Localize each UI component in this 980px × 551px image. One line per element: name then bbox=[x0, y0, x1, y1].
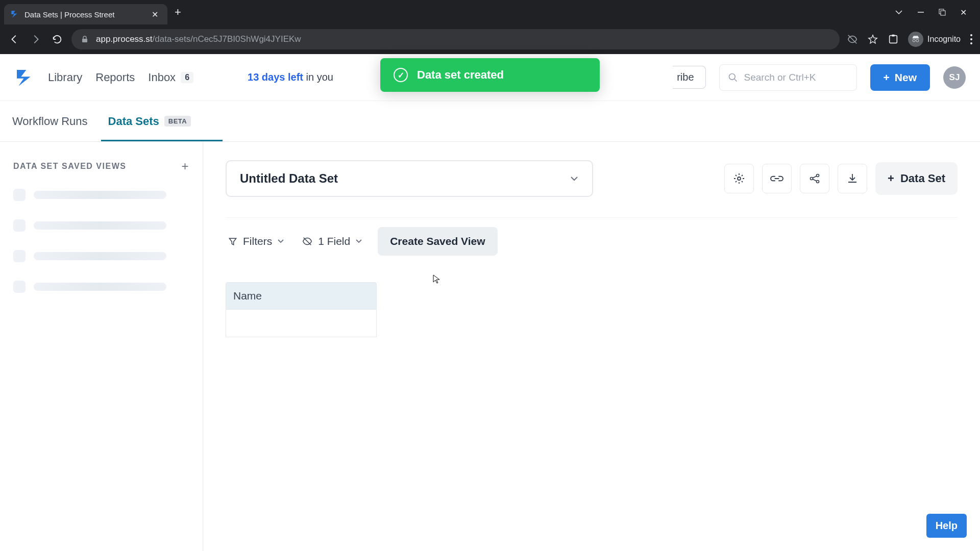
settings-button[interactable] bbox=[724, 164, 754, 193]
chevron-down-icon bbox=[355, 238, 362, 245]
url-field[interactable]: app.process.st/data-sets/nCec5J7BI0ShWgi… bbox=[71, 29, 840, 49]
eye-off-icon[interactable] bbox=[847, 34, 858, 45]
svg-point-13 bbox=[738, 177, 741, 180]
new-dataset-label: Data Set bbox=[900, 172, 945, 185]
skeleton-row bbox=[13, 281, 189, 293]
trial-suffix: in you bbox=[303, 71, 333, 83]
subscribe-button[interactable]: ribe bbox=[673, 66, 705, 89]
tab-data-sets-label: Data Sets bbox=[108, 115, 159, 128]
trial-days: 13 days left bbox=[248, 71, 303, 83]
svg-rect-3 bbox=[82, 39, 87, 42]
beta-badge: BETA bbox=[164, 116, 191, 127]
add-saved-view-button[interactable]: + bbox=[181, 159, 189, 173]
svg-point-7 bbox=[916, 39, 919, 42]
browser-tab[interactable]: Data Sets | Process Street ✕ bbox=[4, 4, 167, 24]
tab-workflow-runs[interactable]: Workflow Runs bbox=[12, 101, 88, 141]
dataset-selector[interactable]: Untitled Data Set bbox=[226, 160, 593, 197]
skeleton-box bbox=[13, 281, 26, 293]
plus-icon: + bbox=[888, 172, 894, 185]
tab-title: Data Sets | Process Street bbox=[24, 10, 143, 19]
extensions-icon[interactable] bbox=[888, 34, 899, 45]
filters-label: Filters bbox=[243, 235, 272, 247]
browser-tab-bar: Data Sets | Process Street ✕ + ✕ bbox=[0, 0, 980, 24]
column-header-label: Name bbox=[233, 290, 262, 302]
window-controls: ✕ bbox=[895, 8, 976, 17]
search-icon bbox=[728, 72, 738, 83]
url-host: app.process.st bbox=[96, 34, 153, 44]
bookmark-star-icon[interactable] bbox=[867, 34, 878, 45]
link-workflow-button[interactable] bbox=[762, 164, 792, 193]
user-avatar[interactable]: SJ bbox=[943, 66, 966, 89]
empty-cell[interactable] bbox=[226, 310, 377, 337]
svg-point-6 bbox=[913, 39, 915, 42]
svg-point-8 bbox=[970, 34, 972, 36]
content-area: Untitled Data Set + Data Set Filters 1 F… bbox=[203, 142, 980, 551]
new-tab-button[interactable]: + bbox=[175, 6, 181, 19]
check-circle-icon: ✓ bbox=[394, 68, 408, 82]
inbox-count-badge: 6 bbox=[181, 72, 193, 83]
skeleton-box bbox=[13, 250, 26, 262]
column-header-name[interactable]: Name bbox=[226, 282, 377, 310]
skeleton-row bbox=[13, 189, 189, 201]
incognito-icon bbox=[908, 32, 923, 47]
tab-search-icon[interactable] bbox=[895, 8, 903, 16]
fields-dropdown[interactable]: 1 Field bbox=[300, 230, 364, 253]
content-top-row: Untitled Data Set + Data Set bbox=[226, 160, 958, 197]
sub-tabs: Workflow Runs Data Sets BETA bbox=[0, 101, 980, 142]
tab-data-sets[interactable]: Data Sets BETA bbox=[108, 101, 191, 141]
skeleton-row bbox=[13, 219, 189, 232]
maximize-icon[interactable] bbox=[939, 9, 946, 16]
skeleton-row bbox=[13, 250, 189, 262]
download-button[interactable] bbox=[838, 164, 867, 193]
skeleton-line bbox=[34, 252, 166, 260]
data-table: Name bbox=[226, 282, 958, 337]
nav-reports[interactable]: Reports bbox=[95, 71, 135, 84]
back-button[interactable] bbox=[7, 32, 21, 46]
new-button[interactable]: + New bbox=[870, 64, 930, 91]
search-placeholder: Search or Ctrl+K bbox=[744, 72, 816, 83]
sidebar-title: DATA SET SAVED VIEWS bbox=[13, 162, 126, 171]
svg-point-10 bbox=[970, 42, 972, 44]
help-button[interactable]: Help bbox=[926, 514, 967, 538]
main-content: DATA SET SAVED VIEWS + Untitled Data Set… bbox=[0, 142, 980, 551]
chevron-down-icon bbox=[570, 174, 579, 183]
sidebar-header: DATA SET SAVED VIEWS + bbox=[13, 159, 189, 173]
trial-banner: 13 days left in you bbox=[248, 71, 333, 83]
minimize-icon[interactable] bbox=[917, 9, 924, 16]
nav-library[interactable]: Library bbox=[48, 71, 82, 84]
chevron-down-icon bbox=[277, 238, 284, 245]
skeleton-line bbox=[34, 221, 166, 230]
avatar-initials: SJ bbox=[949, 72, 960, 83]
nav-inbox[interactable]: Inbox 6 bbox=[148, 71, 193, 84]
close-tab-icon[interactable]: ✕ bbox=[149, 9, 161, 20]
new-dataset-button[interactable]: + Data Set bbox=[875, 162, 958, 195]
process-street-favicon bbox=[10, 10, 19, 19]
app-logo[interactable] bbox=[14, 67, 35, 88]
create-saved-view-label: Create Saved View bbox=[390, 235, 485, 247]
incognito-indicator[interactable]: Incognito bbox=[908, 32, 961, 47]
toast-message: Data set created bbox=[417, 68, 504, 82]
reload-button[interactable] bbox=[50, 32, 64, 46]
browser-chrome: Data Sets | Process Street ✕ + ✕ app.pro… bbox=[0, 0, 980, 54]
share-button[interactable] bbox=[800, 164, 829, 193]
svg-line-17 bbox=[813, 176, 817, 178]
svg-rect-4 bbox=[890, 36, 897, 43]
help-label: Help bbox=[936, 520, 958, 531]
lock-icon bbox=[81, 35, 89, 43]
global-search-input[interactable]: Search or Ctrl+K bbox=[719, 64, 857, 91]
success-toast: ✓ Data set created bbox=[380, 58, 600, 92]
url-path: /data-sets/nCec5J7BI0ShWgi4JYIEKw bbox=[153, 34, 301, 44]
skeleton-line bbox=[34, 191, 166, 199]
skeleton-box bbox=[13, 189, 26, 201]
create-saved-view-button[interactable]: Create Saved View bbox=[378, 227, 497, 256]
dataset-name: Untitled Data Set bbox=[240, 171, 338, 186]
sidebar: DATA SET SAVED VIEWS + bbox=[0, 142, 203, 551]
fields-label: 1 Field bbox=[318, 235, 350, 247]
filters-dropdown[interactable]: Filters bbox=[226, 230, 286, 253]
skeleton-line bbox=[34, 283, 166, 291]
incognito-label: Incognito bbox=[927, 35, 961, 44]
forward-button[interactable] bbox=[29, 32, 43, 46]
filter-icon bbox=[228, 236, 238, 246]
kebab-menu-icon[interactable] bbox=[970, 34, 973, 45]
close-window-icon[interactable]: ✕ bbox=[960, 8, 967, 17]
